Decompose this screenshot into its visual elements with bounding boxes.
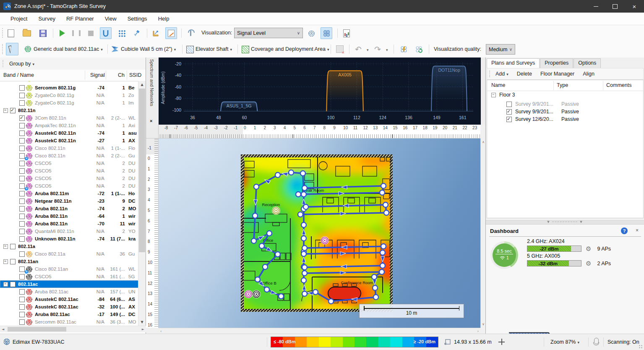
- maximize-button[interactable]: [605, 0, 625, 13]
- wall-type-select[interactable]: Cubicle Wall 5 cm (2"): [121, 46, 176, 52]
- ap-list-row[interactable]: AmpakTec 802.11n N/A 1 Axi: [0, 122, 139, 129]
- report-button[interactable]: [341, 27, 352, 39]
- edit-notes-button[interactable]: [165, 27, 177, 39]
- ap-checkbox[interactable]: [19, 183, 25, 189]
- open-project-button[interactable]: [21, 27, 33, 39]
- ap-checkbox[interactable]: [19, 85, 25, 91]
- gps-tool-button[interactable]: [116, 27, 128, 39]
- column-ch[interactable]: Ch: [118, 72, 125, 78]
- delete-button[interactable]: Delete: [517, 71, 532, 77]
- column-comments[interactable]: Comments: [606, 82, 631, 88]
- ap-marker-center[interactable]: [321, 236, 329, 245]
- menu-item[interactable]: Settings: [122, 13, 153, 25]
- ap-checkbox[interactable]: [19, 93, 25, 98]
- ap-list-row[interactable]: CSCO5 N/A 2 DU: [0, 167, 139, 175]
- measure-tool-button[interactable]: [150, 27, 162, 39]
- ap-list-row[interactable]: AsustekC 802.11n -74 1 asu: [0, 129, 139, 137]
- ap-checkbox[interactable]: [19, 153, 25, 159]
- gear-icon[interactable]: ⚙: [586, 260, 591, 267]
- ap-list-row[interactable]: Aruba 802.11ac N/A 157 (... UN: [0, 288, 139, 295]
- scroll-left-icon[interactable]: ◄: [2, 327, 4, 331]
- survey-path-tool-button[interactable]: [100, 27, 112, 39]
- survey-checkbox[interactable]: [506, 109, 512, 115]
- ap-visibility-button[interactable]: [305, 27, 317, 39]
- crosshair-icon[interactable]: [498, 339, 505, 345]
- refresh-visualization-button[interactable]: [413, 43, 425, 55]
- save-project-button[interactable]: [37, 27, 49, 39]
- ap-list-row[interactable]: 802.11an: [0, 258, 139, 265]
- ap-checkbox[interactable]: [19, 319, 25, 325]
- ap-checkbox[interactable]: [19, 251, 25, 257]
- ap-list-row[interactable]: Aruba 802.11ac -17 149 (... DC: [0, 311, 139, 318]
- group-by-button[interactable]: Group by: [9, 61, 34, 67]
- ap-checkbox[interactable]: [19, 176, 25, 181]
- floor-manager-button[interactable]: Floor Manager: [540, 71, 574, 77]
- scroll-right-icon[interactable]: ›: [477, 329, 479, 333]
- ap-list-row[interactable]: Cisco 802.11an N/A 161 (... WL: [0, 265, 139, 273]
- ap-checkbox[interactable]: [19, 146, 25, 151]
- survey-row[interactable]: Survey 9/9/201... Passive: [487, 108, 643, 115]
- panel-splitter[interactable]: [486, 220, 644, 225]
- menu-item[interactable]: Project: [5, 13, 33, 25]
- microphone-icon[interactable]: [594, 338, 599, 344]
- ap-checkbox[interactable]: [19, 100, 25, 106]
- survey-row[interactable]: Survey 9/9/201... Passive: [487, 100, 643, 108]
- ap-checkbox[interactable]: [19, 206, 25, 212]
- menu-item[interactable]: Help: [153, 13, 175, 25]
- close-button[interactable]: ×: [625, 0, 644, 13]
- column-ssid[interactable]: SSID: [129, 72, 141, 78]
- scroll-down-icon[interactable]: ∨: [482, 322, 485, 326]
- menu-item[interactable]: Survey: [33, 13, 60, 25]
- map-horizontal-scrollbar[interactable]: ‹ ›: [159, 328, 480, 334]
- floor-plan[interactable]: Reception Break Room Office Office B Con…: [241, 154, 393, 312]
- ap-checkbox[interactable]: [10, 259, 16, 264]
- ap-list-row[interactable]: Aruba 802.11n -70 11 wir: [0, 220, 139, 227]
- ap-checkbox[interactable]: [19, 229, 25, 234]
- add-button[interactable]: Add: [495, 71, 508, 77]
- ap-checkbox[interactable]: [19, 221, 25, 227]
- attenuation-zone-select[interactable]: Elevator Shaft: [196, 46, 232, 52]
- undo-button[interactable]: ↶: [352, 43, 364, 55]
- column-type[interactable]: Type: [557, 82, 568, 88]
- expander-icon[interactable]: [3, 244, 8, 249]
- align-button[interactable]: Align: [583, 71, 594, 77]
- ap-checkbox[interactable]: [19, 138, 25, 144]
- ap-list-row[interactable]: 802.11n: [0, 107, 139, 114]
- area-type-select[interactable]: Coverage and Deployment Area: [251, 46, 329, 52]
- floor-tree-node[interactable]: Floor 3: [487, 92, 515, 98]
- ap-list-horizontal-scrollbar[interactable]: ◄ ►: [0, 326, 146, 332]
- gear-icon[interactable]: ⚙: [586, 245, 591, 253]
- ap-model-select[interactable]: Generic dual band 802.11ac: [34, 46, 103, 52]
- ap-list-row[interactable]: CSCO5 N/A 2 DU: [0, 159, 139, 167]
- zoom-control[interactable]: Zoom 87%: [550, 339, 579, 345]
- scroll-left-icon[interactable]: ‹: [160, 329, 162, 333]
- ap-list-row[interactable]: QuantaMi 802.11n N/A 2 YO: [0, 227, 139, 235]
- ap-checkbox[interactable]: [19, 168, 25, 174]
- scrollbar-thumb[interactable]: [8, 327, 66, 332]
- scroll-up-icon[interactable]: ▲: [138, 81, 146, 88]
- spectrum-close-icon[interactable]: ×: [150, 118, 152, 123]
- ap-checkbox[interactable]: [19, 161, 25, 166]
- ap-list-row[interactable]: Sercomm 802.11ac N/A 36 (3... MO: [0, 318, 139, 326]
- recalculate-button[interactable]: [398, 43, 409, 55]
- ap-marker-office-b-2[interactable]: [252, 290, 261, 298]
- new-project-button[interactable]: [5, 27, 17, 39]
- ap-checkbox[interactable]: [19, 274, 25, 279]
- dashboard-close-icon[interactable]: ×: [636, 227, 639, 233]
- expander-icon[interactable]: [3, 259, 8, 264]
- ap-list-vertical-scrollbar[interactable]: ▲ ▼: [138, 81, 146, 326]
- pause-survey-button[interactable]: [70, 27, 82, 39]
- scroll-up-icon[interactable]: ∧: [482, 140, 485, 144]
- ap-list-row[interactable]: ZygateCo 802.11g N/A 1 Im: [0, 99, 139, 107]
- satellite-tool-button[interactable]: [131, 27, 143, 39]
- ap-checkbox[interactable]: [10, 108, 16, 113]
- resize-grip[interactable]: [639, 345, 643, 349]
- ap-checkbox[interactable]: [19, 115, 25, 121]
- antenna-tool-button[interactable]: [185, 27, 196, 39]
- ap-list-row[interactable]: AsustekC 802.11n -27 1 AX: [0, 137, 139, 144]
- menu-item[interactable]: View: [99, 13, 122, 25]
- ap-checkbox[interactable]: [19, 297, 25, 302]
- ap-list-row[interactable]: Netgear 802.11n -23 9 DC: [0, 197, 139, 205]
- minimize-button[interactable]: [586, 0, 605, 13]
- column-band-name[interactable]: Band / Name: [3, 72, 34, 78]
